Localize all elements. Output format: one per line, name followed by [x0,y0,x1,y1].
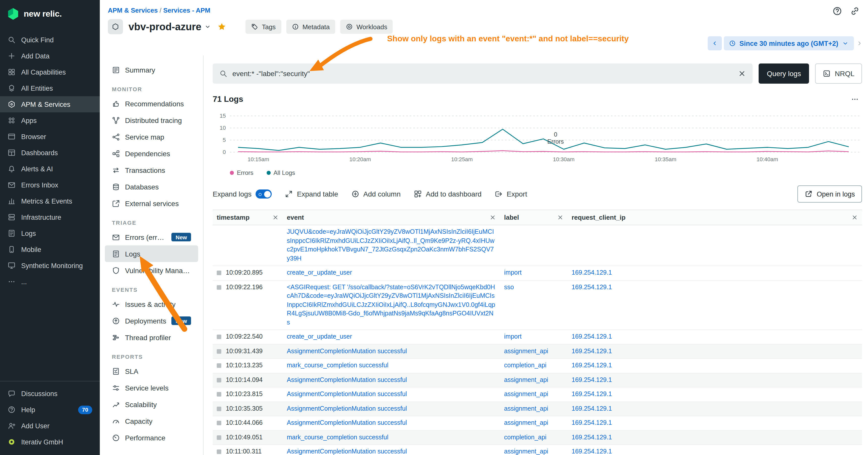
sidebar-item-dependencies[interactable]: Dependencies [105,145,198,162]
log-label-link[interactable]: assignment_api [504,405,548,412]
time-forward-button[interactable] [856,40,863,47]
workloads-button[interactable]: Workloads [340,20,393,34]
sidebar-item-transactions[interactable]: Transactions [105,162,198,178]
breadcrumb-link-services-apm[interactable]: Services - APM [163,6,211,14]
log-row-marker[interactable] [217,392,221,396]
log-label-link[interactable]: assignment_api [504,419,548,426]
global-nav-item-all-entities[interactable]: All Entities [0,80,100,96]
global-nav-item-synthetic-monitoring[interactable]: Synthetic Monitoring [0,258,100,273]
log-event-link[interactable]: AssignmentCompletionMutation successful [287,448,407,455]
global-nav-item-discussions[interactable]: Discussions [0,386,100,401]
log-query-input[interactable] [232,69,733,77]
log-client-ip-link[interactable]: 169.254.129.1 [571,433,612,441]
log-row-marker[interactable] [217,450,221,454]
metadata-button[interactable]: Metadata [286,20,335,34]
log-event-link[interactable]: AssignmentCompletionMutation successful [287,348,407,355]
log-table-row[interactable]: 10:10:44.066AssignmentCompletionMutation… [213,416,862,430]
global-nav-item-quick-find[interactable]: Quick Find [0,32,100,48]
log-client-ip-link[interactable]: 169.254.129.1 [571,405,612,412]
log-row-marker[interactable] [217,378,221,382]
sidebar-item-logs[interactable]: Logs [105,246,198,262]
log-table-row[interactable]: JUQVU&code=eyJraWQiOiJjcGltY29yZV8wOTl1M… [213,225,862,266]
time-back-button[interactable] [708,36,722,51]
open-in-logs-button[interactable]: Open in logs [798,186,862,202]
log-client-ip-link[interactable]: 169.254.129.1 [571,269,612,276]
log-client-ip-link[interactable]: 169.254.129.1 [571,284,612,291]
global-nav-item-mobile[interactable]: Mobile [0,241,100,258]
log-client-ip-link[interactable]: 169.254.129.1 [571,362,612,369]
log-row-marker[interactable] [217,363,221,368]
sidebar-item-thread-profiler[interactable]: Thread profiler [105,329,198,346]
global-nav-item-logs[interactable]: Logs [0,225,100,241]
new-relic-logo[interactable]: new relic. [0,0,100,27]
log-event-link[interactable]: AssignmentCompletionMutation successful [287,390,407,397]
log-row-marker[interactable] [217,270,221,275]
expand-logs-toggle[interactable] [255,190,272,198]
log-label-link[interactable]: assignment_api [504,390,548,397]
global-nav-item-errors-inbox[interactable]: Errors Inbox [0,177,100,193]
add-column-button[interactable]: Add column [351,190,401,198]
column-header-timestamp[interactable]: timestamp [213,210,283,225]
log-label-link[interactable]: assignment_api [504,348,548,355]
log-client-ip-link[interactable]: 169.254.129.1 [571,348,612,355]
log-table-row[interactable]: 10:09:20.895create_or_update_userimport1… [213,266,862,280]
global-nav-item-iterativ-gmbh[interactable]: Iterativ GmbH [0,434,100,450]
log-label-link[interactable]: completion_api [504,433,547,441]
log-event-link[interactable]: AssignmentCompletionMutation successful [287,376,407,383]
log-row-marker[interactable] [217,435,221,440]
log-row-marker[interactable] [217,421,221,425]
entity-switcher-chevron-icon[interactable] [205,23,212,30]
legend-item-all-logs[interactable]: All Logs [267,169,295,176]
global-nav-item-browser[interactable]: Browser [0,129,100,144]
global-nav-item-dashboards[interactable]: Dashboards [0,144,100,161]
remove-column-event-icon[interactable] [490,214,496,221]
global-nav-item-apps[interactable]: Apps [0,112,100,129]
log-event-link[interactable]: AssignmentCompletionMutation successful [287,419,407,426]
log-label-link[interactable]: import [504,333,522,340]
log-query-bar[interactable] [213,64,753,84]
column-header-request-client-ip[interactable]: request_client_ip [567,210,862,225]
log-table-row[interactable]: 10:09:22.196<ASGIRequest: GET '/sso/call… [213,280,862,330]
global-nav-item-all-capabilities[interactable]: All Capabilities [0,64,100,80]
log-table-row[interactable]: 10:11:00.311AssignmentCompletionMutation… [213,445,862,455]
global-nav-item-alerts-ai[interactable]: Alerts & AI [0,161,100,177]
logs-options-button[interactable] [851,95,859,103]
log-table-row[interactable]: 10:10:14.094AssignmentCompletionMutation… [213,373,862,387]
log-label-link[interactable]: completion_api [504,362,547,369]
log-event-link[interactable]: mark_course_completion successful [287,362,389,369]
log-label-link[interactable]: assignment_api [504,376,548,383]
global-nav-item-help[interactable]: Help70 [0,401,100,418]
log-client-ip-link[interactable]: 169.254.129.1 [571,419,612,426]
log-event-link[interactable]: mark_course_completion successful [287,433,389,441]
global-nav-item-add-data[interactable]: Add Data [0,48,100,64]
breadcrumb-link-apm-services[interactable]: APM & Services [108,6,158,14]
tags-button[interactable]: Tags [246,20,281,34]
log-table-row[interactable]: 10:10:35.305AssignmentCompletionMutation… [213,401,862,416]
sidebar-item-distributed-tracing[interactable]: Distributed tracing [105,112,198,129]
global-nav-item-metrics-events[interactable]: Metrics & Events [0,193,100,209]
nrql-button[interactable]: NRQL [815,64,862,84]
log-table-row[interactable]: 10:10:49.051mark_course_completion succe… [213,430,862,445]
log-client-ip-link[interactable]: 169.254.129.1 [571,448,612,455]
log-table-row[interactable]: 10:10:23.815AssignmentCompletionMutation… [213,387,862,401]
sidebar-item-databases[interactable]: Databases [105,178,198,195]
sidebar-item-service-map[interactable]: Service map [105,129,198,145]
global-nav-item-apm-services[interactable]: APM & Services [0,96,100,112]
query-logs-button[interactable]: Query logs [759,64,809,84]
log-label-link[interactable]: sso [504,284,514,291]
remove-column-timestamp-icon[interactable] [272,214,279,221]
column-header-event[interactable]: event [283,210,500,225]
log-label-link[interactable]: assignment_api [504,448,548,455]
global-nav-item-item[interactable]: ... [0,273,100,290]
log-event-link[interactable]: <ASGIRequest: GET '/sso/callback/?state=… [287,284,495,326]
sidebar-item-scalability[interactable]: Scalability [105,396,198,413]
sidebar-item-external-services[interactable]: External services [105,195,198,212]
sidebar-item-vulnerability-management[interactable]: Vulnerability Management [105,262,198,279]
sidebar-item-performance[interactable]: Performance [105,429,198,446]
log-event-link[interactable]: AssignmentCompletionMutation successful [287,405,407,412]
help-icon[interactable] [832,6,842,16]
add-to-dashboard-button[interactable]: Add to dashboard [413,190,482,198]
sidebar-item-service-levels[interactable]: Service levels [105,380,198,396]
remove-column-label-icon[interactable] [557,214,563,221]
log-event-link[interactable]: create_or_update_user [287,333,352,340]
